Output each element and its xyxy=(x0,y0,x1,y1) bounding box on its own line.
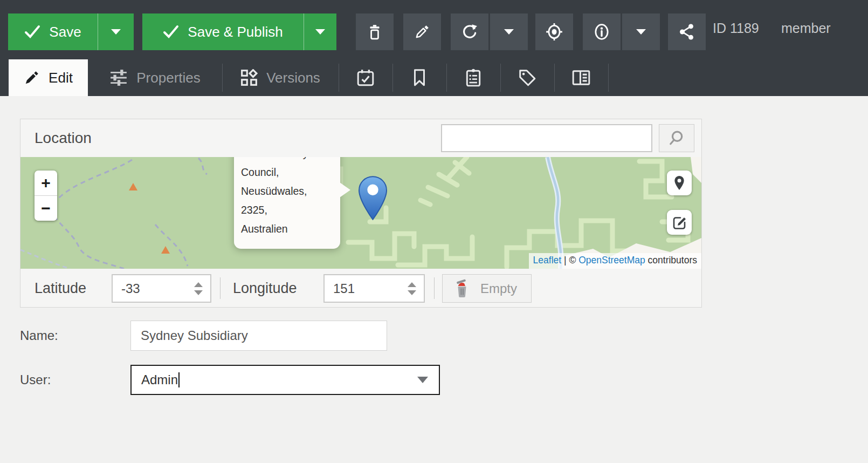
leaflet-link[interactable]: Leaflet xyxy=(533,255,562,265)
map-marker-icon[interactable] xyxy=(359,176,387,220)
name-label: Name: xyxy=(20,328,58,343)
zoom-out-button[interactable]: − xyxy=(35,196,57,221)
panel-title: Location xyxy=(35,119,92,157)
tag-icon xyxy=(518,69,536,87)
chevron-down-icon xyxy=(111,29,121,35)
check-icon xyxy=(163,25,179,39)
stepper-up-icon[interactable] xyxy=(194,282,203,287)
popup-text-line: Cessnock City xyxy=(241,157,335,163)
save-publish-button-group: Save & Publish xyxy=(142,13,336,50)
map-edit-marker-button[interactable] xyxy=(667,210,692,235)
popup-text-line: Australien xyxy=(241,220,335,239)
share-button[interactable] xyxy=(668,13,706,50)
text-cursor xyxy=(178,372,180,387)
check-icon xyxy=(24,25,40,39)
tab-edit-label: Edit xyxy=(49,70,73,86)
popup-tip xyxy=(340,182,350,198)
tab-properties[interactable]: Properties xyxy=(88,59,222,96)
tab-layout[interactable] xyxy=(554,59,608,96)
calendar-check-icon xyxy=(356,69,375,87)
name-input[interactable] xyxy=(130,321,387,351)
map-attribution: Leaflet | © OpenStreetMap contributors xyxy=(529,253,701,269)
tab-versions-label: Versions xyxy=(266,70,320,86)
tab-separator xyxy=(608,64,609,92)
pencil-icon xyxy=(24,70,40,86)
location-panel: Location xyxy=(20,119,702,308)
info-icon xyxy=(593,23,610,41)
tab-checklist[interactable] xyxy=(446,59,500,96)
map[interactable]: + − Cessnock City Council, Neusüdwales, … xyxy=(20,157,701,269)
chevron-down-icon xyxy=(504,29,514,35)
tab-tags[interactable] xyxy=(500,59,554,96)
empty-button[interactable]: Empty xyxy=(442,274,532,303)
share-icon xyxy=(679,23,695,40)
popup-text-line: 2325, xyxy=(241,201,335,220)
latitude-label: Latitude xyxy=(35,269,86,308)
info-button[interactable] xyxy=(583,13,621,50)
location-search-button[interactable] xyxy=(659,124,694,152)
user-combobox[interactable]: Admin xyxy=(130,365,440,395)
latitude-stepper[interactable] xyxy=(194,275,203,302)
user-role-label: member xyxy=(781,0,831,57)
empty-button-label: Empty xyxy=(480,281,517,296)
longitude-label: Longitude xyxy=(233,269,297,308)
location-search-input[interactable] xyxy=(441,124,652,152)
refresh-dropdown-button[interactable] xyxy=(490,13,528,50)
crosshair-icon xyxy=(546,23,563,41)
user-combobox-value: Admin xyxy=(141,372,178,387)
longitude-stepper[interactable] xyxy=(408,275,416,302)
layout-columns-icon xyxy=(571,69,591,86)
map-popup: Cessnock City Council, Neusüdwales, 2325… xyxy=(234,157,340,249)
top-chrome: Save Save & Publish xyxy=(0,0,868,96)
delete-button[interactable] xyxy=(356,13,394,50)
info-dropdown-button[interactable] xyxy=(622,13,660,50)
versions-icon xyxy=(240,69,258,86)
refresh-icon xyxy=(461,23,478,40)
chevron-down-icon[interactable] xyxy=(417,377,428,383)
bookmark-icon xyxy=(411,69,428,87)
refresh-button[interactable] xyxy=(451,13,488,50)
save-dropdown-button[interactable] xyxy=(98,13,134,50)
pencil-icon xyxy=(414,24,430,40)
clipboard-list-icon xyxy=(465,69,482,87)
openstreetmap-link[interactable]: OpenStreetMap xyxy=(578,255,645,265)
map-set-marker-button[interactable] xyxy=(667,171,692,195)
trash-full-icon xyxy=(453,279,471,298)
edit-square-icon xyxy=(672,215,687,230)
stepper-down-icon[interactable] xyxy=(194,290,203,295)
save-publish-button-label: Save & Publish xyxy=(188,24,283,40)
chevron-down-icon xyxy=(636,29,646,35)
coordinates-bar: Latitude Longitude xyxy=(20,269,701,308)
page: Save Save & Publish xyxy=(0,0,868,463)
save-button-group: Save xyxy=(8,13,134,50)
zoom-in-button[interactable]: + xyxy=(35,171,57,195)
save-button[interactable]: Save xyxy=(8,13,98,50)
save-publish-dropdown-button[interactable] xyxy=(304,13,336,50)
stepper-down-icon[interactable] xyxy=(408,290,416,295)
location-panel-header: Location xyxy=(20,119,701,157)
location-pin-icon xyxy=(673,175,686,190)
tab-bookmark[interactable] xyxy=(392,59,446,96)
tab-schedule[interactable] xyxy=(339,59,392,96)
toolbar: Save Save & Publish xyxy=(0,0,868,57)
stepper-up-icon[interactable] xyxy=(408,282,416,287)
divider xyxy=(220,277,221,299)
map-zoom-control: + − xyxy=(35,171,57,221)
tab-edit[interactable]: Edit xyxy=(9,59,88,96)
save-publish-button[interactable]: Save & Publish xyxy=(142,13,304,50)
trash-icon xyxy=(367,24,383,40)
latitude-field xyxy=(112,274,211,303)
edit-button[interactable] xyxy=(403,13,441,50)
search-icon xyxy=(669,130,685,146)
tab-properties-label: Properties xyxy=(136,70,201,86)
popup-text-line: Neusüdwales, xyxy=(241,182,335,201)
tab-bar: Edit Properties xyxy=(0,57,868,96)
content-id-label: ID 1189 xyxy=(713,0,759,57)
attribution-text: | © xyxy=(561,255,578,265)
save-button-label: Save xyxy=(49,24,81,40)
chevron-down-icon xyxy=(315,29,325,35)
attribution-text: contributors xyxy=(645,255,697,265)
sliders-icon xyxy=(109,69,128,86)
locate-button[interactable] xyxy=(535,13,573,50)
tab-versions[interactable]: Versions xyxy=(222,59,339,96)
